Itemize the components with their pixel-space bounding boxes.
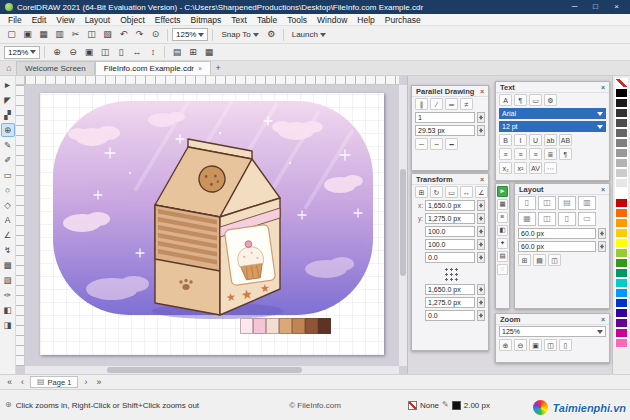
palette-swatch[interactable]	[615, 88, 628, 98]
page-1-tab[interactable]: ▤ Page 1	[30, 376, 78, 388]
close-docker-icon[interactable]: ×	[601, 316, 605, 323]
transform-input[interactable]: 100.0	[425, 226, 475, 237]
layout-option-button[interactable]: ▤	[533, 254, 546, 266]
zoom-docker-select[interactable]: 125%	[499, 326, 606, 337]
layout-height-input[interactable]: 60.0 px	[518, 241, 596, 252]
new-tab-button[interactable]: +	[211, 61, 225, 75]
subscript-button[interactable]: x₂	[499, 162, 512, 174]
crop-tool[interactable]: ▞	[1, 108, 15, 122]
close-docker-icon[interactable]: ×	[601, 186, 605, 193]
menu-window[interactable]: Window	[312, 15, 352, 25]
palette-swatch[interactable]	[615, 268, 628, 278]
parallel-lines-input[interactable]: 1	[415, 112, 475, 123]
palette-swatch[interactable]	[615, 158, 628, 168]
palette-swatch[interactable]	[615, 188, 628, 198]
previous-page-button[interactable]: ‹	[17, 378, 28, 387]
vertical-ruler[interactable]	[16, 85, 25, 366]
zoom-all-button[interactable]: ◫	[97, 46, 112, 59]
parallel-dimension-tool[interactable]: ∠	[1, 228, 15, 242]
snap-to-select[interactable]: Snap To	[217, 28, 262, 41]
minimize-button[interactable]: ─	[566, 3, 583, 11]
caps-button[interactable]: AB	[559, 134, 572, 146]
launch-select[interactable]: Launch	[288, 28, 330, 41]
menu-edit[interactable]: Edit	[27, 15, 52, 25]
artwork-swatch[interactable]	[279, 318, 292, 334]
palette-swatch[interactable]	[615, 138, 628, 148]
palette-swatch[interactable]	[615, 148, 628, 158]
close-docker-icon[interactable]: ×	[601, 84, 605, 91]
document-page[interactable]: ★ ★ ★	[40, 93, 384, 355]
strikethrough-button[interactable]: ab	[544, 134, 557, 146]
rectangle-tool[interactable]: ▭	[1, 168, 15, 182]
palette-swatch[interactable]	[615, 288, 628, 298]
eyedropper-tool[interactable]: ✑	[1, 288, 15, 302]
zoom-levels-select[interactable]: 125%	[4, 46, 40, 59]
text-options-button[interactable]: ⚙	[544, 94, 557, 106]
ruler-origin-corner[interactable]	[16, 76, 25, 85]
align-left-button[interactable]: ≡	[499, 148, 512, 160]
transform-input[interactable]: 100.0	[425, 239, 475, 250]
no-color-swatch[interactable]	[615, 78, 628, 88]
docker-icon[interactable]: ◌	[497, 264, 508, 275]
align-right-button[interactable]: ≡	[529, 148, 542, 160]
spacing-button[interactable]: AV	[529, 162, 542, 174]
new-document-button[interactable]: ▢	[4, 28, 19, 41]
layout-tile[interactable]: ◫	[538, 196, 556, 210]
palette-swatch[interactable]	[615, 198, 628, 208]
transform-input[interactable]: 1,650.0 px	[425, 284, 475, 295]
align-center-button[interactable]: ≡	[514, 148, 527, 160]
anchor-point-grid[interactable]	[443, 266, 458, 281]
polygon-tool[interactable]: ◇	[1, 198, 15, 212]
transform-input[interactable]: 1,275.0 px	[425, 213, 475, 224]
home-tab-button[interactable]: ⌂	[2, 61, 16, 75]
last-page-button[interactable]: »	[93, 378, 104, 387]
artwork-swatch[interactable]	[305, 318, 318, 334]
tab-welcome-screen[interactable]: Welcome Screen	[16, 61, 95, 75]
parallel-distance-input[interactable]: 29.53 px	[415, 125, 475, 136]
close-tab-icon[interactable]: ×	[198, 65, 202, 72]
layout-tile[interactable]: ▯	[558, 212, 576, 226]
menu-object[interactable]: Object	[115, 15, 150, 25]
pick-tool[interactable]: ►	[1, 78, 15, 92]
layout-tile[interactable]: ◫	[538, 212, 556, 226]
ellipse-tool[interactable]: ○	[1, 183, 15, 197]
menu-purchase[interactable]: Purchase	[380, 15, 426, 25]
zoom-in-button[interactable]: ⊕	[499, 339, 512, 351]
redo-button[interactable]: ↷	[132, 28, 147, 41]
artwork-swatch[interactable]	[292, 318, 305, 334]
parallel-mode-button[interactable]: ═	[445, 98, 458, 110]
underline-button[interactable]: U	[529, 134, 542, 146]
menu-tools[interactable]: Tools	[282, 15, 312, 25]
menu-bitmaps[interactable]: Bitmaps	[186, 15, 227, 25]
docker-icon[interactable]: ◧	[497, 225, 508, 236]
skew-button[interactable]: ∠	[475, 186, 488, 198]
zoom-height-button[interactable]: ↕	[145, 46, 160, 59]
layout-tile[interactable]: ▥	[578, 196, 596, 210]
justify-button[interactable]: ≣	[544, 148, 557, 160]
zoom-out-button[interactable]: ⊖	[65, 46, 80, 59]
rotate-button[interactable]: ↻	[430, 186, 443, 198]
undo-button[interactable]: ↶	[116, 28, 131, 41]
palette-swatch[interactable]	[615, 128, 628, 138]
save-button[interactable]: ▦	[36, 28, 51, 41]
transparency-tool[interactable]: ▨	[1, 273, 15, 287]
spinner[interactable]	[477, 310, 485, 321]
layout-tile[interactable]: ▤	[558, 196, 576, 210]
layout-tile[interactable]: ▯	[518, 196, 536, 210]
canvas[interactable]: ★ ★ ★	[25, 85, 399, 366]
palette-swatch[interactable]	[615, 308, 628, 318]
interactive-fill-tool[interactable]: ◧	[1, 303, 15, 317]
spinner[interactable]	[477, 226, 485, 237]
docker-icon[interactable]: ≡	[497, 212, 508, 223]
spinner[interactable]	[477, 213, 485, 224]
layout-width-input[interactable]: 60.0 px	[518, 228, 596, 239]
palette-swatch[interactable]	[615, 248, 628, 258]
zoom-in-button[interactable]: ⊕	[49, 46, 64, 59]
show-grid-button[interactable]: ⊞	[185, 46, 200, 59]
transform-input[interactable]: 0.0	[425, 252, 475, 263]
spinner[interactable]	[477, 297, 485, 308]
open-button[interactable]: ▣	[20, 28, 35, 41]
zoom-selected-button[interactable]: ▣	[529, 339, 542, 351]
show-guidelines-button[interactable]: ▦	[201, 46, 216, 59]
size-button[interactable]: ↔	[460, 186, 473, 198]
